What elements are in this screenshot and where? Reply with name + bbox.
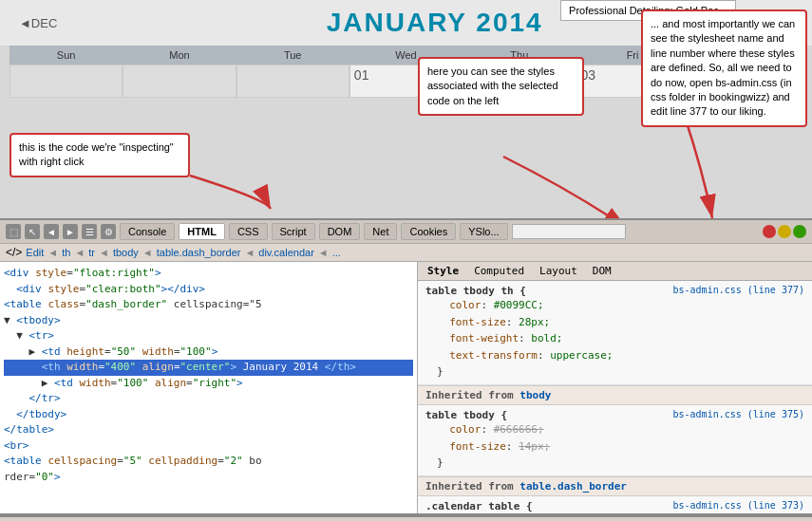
breadcrumb-tr[interactable]: tr bbox=[88, 247, 95, 258]
tab-console[interactable]: Console bbox=[120, 223, 175, 240]
forward-icon[interactable]: ► bbox=[63, 224, 78, 239]
settings-icon[interactable]: ⚙ bbox=[101, 224, 116, 239]
devtools-breadcrumb: </> Edit ◄ th ◄ tr ◄ tbody ◄ table.dash_… bbox=[0, 244, 812, 262]
devtools-main: <div style="float:right"> <div style="cl… bbox=[0, 262, 812, 513]
code-icon: </> bbox=[6, 246, 22, 259]
devtools-container: ⬚ ↖ ◄ ► ☰ ⚙ Console HTML CSS Script DOM … bbox=[0, 218, 812, 521]
style-selector-1: table tbody th { bs-admin.css (line 377) bbox=[425, 285, 804, 297]
annotation-center: here you can see the styles associated w… bbox=[418, 57, 584, 116]
style-prop-2-1: color: #666666; bbox=[425, 421, 804, 438]
prev-month-label: ◄DEC bbox=[19, 16, 57, 30]
annotation-right: ... and most importantly we can see the … bbox=[641, 9, 807, 127]
cal-cell-empty-3 bbox=[236, 65, 349, 98]
tab-yslow[interactable]: YSlo... bbox=[460, 223, 507, 240]
style-prop-1-3: font-weight: bold; bbox=[425, 330, 804, 347]
code-line-10: </tr> bbox=[4, 391, 413, 407]
back-icon[interactable]: ◄ bbox=[44, 224, 59, 239]
code-line-6: ▼ <tr> bbox=[4, 328, 413, 344]
style-tab-computed[interactable]: Computed bbox=[470, 264, 528, 278]
window-buttons bbox=[763, 225, 806, 238]
breadcrumb-more[interactable]: ... bbox=[332, 247, 341, 258]
style-rule-3: .calendar table { bs-admin.css (line 373… bbox=[418, 496, 812, 513]
select-icon[interactable]: ↖ bbox=[25, 224, 40, 239]
style-selector-3: .calendar table { bs-admin.css (line 373… bbox=[425, 500, 804, 512]
tab-css[interactable]: CSS bbox=[229, 223, 268, 240]
cal-cell-empty-1 bbox=[9, 65, 123, 98]
maximize-window-btn[interactable] bbox=[793, 225, 806, 238]
cal-cell-empty-2 bbox=[123, 65, 236, 98]
breadcrumb-edit[interactable]: Edit bbox=[26, 247, 44, 258]
code-line-9: ▶ <td width="100" align="right"> bbox=[4, 376, 413, 392]
breadcrumb-table[interactable]: table.dash_border bbox=[157, 247, 241, 258]
resize-handle[interactable] bbox=[0, 513, 812, 517]
annotation-right-text: ... and most importantly we can see the … bbox=[651, 18, 795, 117]
annotation-center-text: here you can see the styles associated w… bbox=[427, 65, 558, 106]
tab-script[interactable]: Script bbox=[272, 223, 315, 240]
breadcrumb-th[interactable]: th bbox=[62, 247, 70, 258]
style-file-3[interactable]: bs-admin.css (line 373) bbox=[673, 500, 804, 512]
style-selector-2: table tbody { bs-admin.css (line 375) bbox=[425, 409, 804, 421]
style-closing-2: } bbox=[425, 455, 804, 472]
code-line-7: ▶ <td height="50" width="100"> bbox=[4, 344, 413, 361]
code-line-2: <div style="clear:both"></div> bbox=[4, 282, 413, 298]
code-line-8-highlighted: <th width="400" align="center"> January … bbox=[4, 360, 413, 376]
style-prop-2-2: font-size: 14px; bbox=[425, 438, 804, 456]
style-prop-1-2: font-size: 28px; bbox=[425, 314, 804, 331]
tab-html[interactable]: HTML bbox=[179, 223, 225, 240]
day-mon: Mon bbox=[123, 47, 236, 63]
inherited-tbody-header: Inherited from tbody bbox=[418, 385, 812, 405]
annotation-left-text: this is the code we're "inspecting" with… bbox=[19, 141, 174, 167]
tab-cookies[interactable]: Cookies bbox=[401, 223, 456, 240]
style-file-1[interactable]: bs-admin.css (line 377) bbox=[673, 285, 804, 297]
style-rule-1: table tbody th { bs-admin.css (line 377)… bbox=[418, 281, 812, 385]
search-input[interactable] bbox=[512, 224, 626, 239]
code-line-3: <table class="dash_border" cellspacing="… bbox=[4, 297, 413, 313]
style-file-2[interactable]: bs-admin.css (line 375) bbox=[673, 409, 804, 421]
calendar-section: Professional Detailing: Gold Pac... ◄DEC… bbox=[0, 0, 812, 218]
close-window-btn[interactable] bbox=[763, 225, 776, 238]
code-line-12: </table> bbox=[4, 422, 413, 438]
style-tab-dom[interactable]: DOM bbox=[589, 264, 615, 278]
minimize-window-btn[interactable] bbox=[778, 225, 791, 238]
prev-month-nav[interactable]: ◄DEC bbox=[19, 16, 57, 30]
style-rule-2: table tbody { bs-admin.css (line 375) co… bbox=[418, 405, 812, 476]
menu-icon[interactable]: ☰ bbox=[82, 224, 97, 239]
breadcrumb-div[interactable]: div.calendar bbox=[258, 247, 314, 258]
style-closing-1: } bbox=[425, 363, 804, 381]
code-line-1: <div style="float:right"> bbox=[4, 266, 413, 282]
devtools-toolbar: ⬚ ↖ ◄ ► ☰ ⚙ Console HTML CSS Script DOM … bbox=[0, 220, 812, 244]
tab-dom[interactable]: DOM bbox=[319, 223, 361, 240]
day-tue: Tue bbox=[236, 47, 349, 63]
code-line-14: <table cellspacing="5" cellpadding="2" b… bbox=[4, 454, 413, 470]
style-prop-1-1: color: #0099CC; bbox=[425, 297, 804, 314]
inspect-icon[interactable]: ⬚ bbox=[6, 224, 21, 239]
annotation-left: this is the code we're "inspecting" with… bbox=[9, 133, 190, 177]
tab-net[interactable]: Net bbox=[364, 223, 397, 240]
day-sun: Sun bbox=[9, 47, 123, 63]
code-line-5: ▼ <tbody> bbox=[4, 313, 413, 329]
code-line-13: <br> bbox=[4, 438, 413, 455]
code-panel[interactable]: <div style="float:right"> <div style="cl… bbox=[0, 262, 418, 513]
styles-panel: Style Computed Layout DOM table tbody th… bbox=[418, 262, 812, 513]
search-area bbox=[512, 224, 755, 239]
styles-toolbar: Style Computed Layout DOM bbox=[418, 262, 812, 281]
style-tab-style[interactable]: Style bbox=[424, 264, 463, 278]
breadcrumb-tbody[interactable]: tbody bbox=[113, 247, 139, 258]
style-prop-3-1: font-family: 'PT Sans', sans-serif; bbox=[425, 512, 804, 513]
style-prop-1-4: text-transform: uppercase; bbox=[425, 347, 804, 364]
code-line-11: </tbody> bbox=[4, 407, 413, 423]
inherited-table-header: Inherited from table.dash_border bbox=[418, 476, 812, 496]
code-line-15: rder="0"> bbox=[4, 470, 413, 486]
style-tab-layout[interactable]: Layout bbox=[536, 264, 581, 278]
